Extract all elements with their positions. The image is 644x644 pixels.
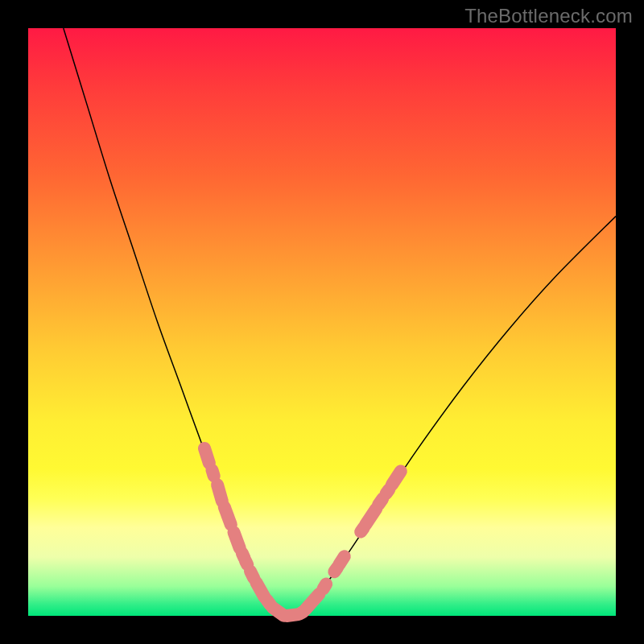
- chart-container: TheBottleneck.com: [0, 0, 644, 644]
- curve-marker: [378, 499, 382, 505]
- curve-marker: [306, 594, 320, 609]
- curve-marker: [204, 448, 209, 463]
- curve-marker: [246, 561, 247, 564]
- curve-marker: [392, 471, 401, 485]
- plot-area: [28, 28, 616, 616]
- marker-group: [204, 448, 401, 616]
- curve-marker: [323, 584, 326, 589]
- curve-marker: [225, 507, 231, 525]
- curve-marker: [339, 556, 345, 564]
- curve-marker: [212, 470, 213, 476]
- curve-marker: [234, 532, 240, 548]
- curve-marker: [365, 509, 376, 525]
- watermark-text: TheBottleneck.com: [464, 5, 633, 27]
- curve-svg: [28, 28, 616, 616]
- curve-marker: [217, 485, 222, 501]
- bottleneck-curve: [64, 28, 616, 616]
